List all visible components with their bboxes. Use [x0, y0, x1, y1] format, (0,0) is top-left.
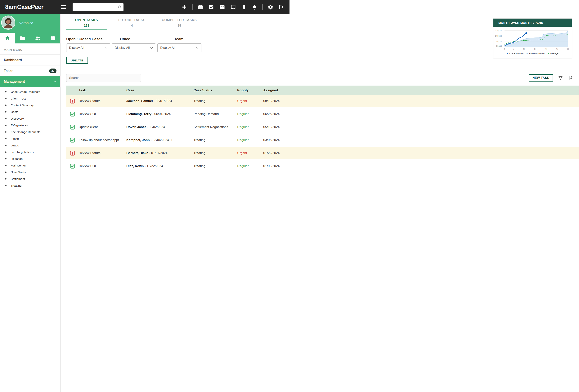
- bullet-icon: [5, 138, 6, 139]
- global-search-input[interactable]: [72, 3, 116, 11]
- filter-label-team: Team: [157, 37, 201, 41]
- completed-checkbox-icon[interactable]: [70, 164, 75, 169]
- subitem-label: Litigation: [11, 157, 23, 161]
- completed-checkbox-icon[interactable]: [70, 125, 75, 130]
- urgent-icon[interactable]: [70, 99, 75, 104]
- team-select[interactable]: Display All: [157, 43, 201, 52]
- tab-completed-tasks[interactable]: COMPLETED TASKS 89: [157, 18, 202, 30]
- management-subitem[interactable]: Lien Negotiations: [0, 149, 60, 155]
- tasks-button[interactable]: [208, 4, 214, 10]
- subitem-label: Intake: [11, 137, 19, 140]
- management-subitem[interactable]: Leads: [0, 142, 60, 149]
- nav-contacts-tab[interactable]: [30, 33, 45, 43]
- nav-calendar-tab[interactable]: [45, 33, 60, 43]
- phone-button[interactable]: [241, 4, 247, 10]
- subitem-label: Costs: [11, 110, 18, 114]
- management-subitem[interactable]: Costs: [0, 109, 60, 115]
- case-link[interactable]: Flemming, Terry - 06/01/2024: [126, 112, 194, 116]
- sidebar-item-tasks[interactable]: Tasks 22: [0, 65, 60, 76]
- subitem-label: E-Signatures: [11, 124, 28, 127]
- management-subitem[interactable]: Settlement: [0, 176, 60, 182]
- chevron-down-icon: [53, 81, 57, 83]
- management-subitem[interactable]: E-Signatures: [0, 122, 60, 129]
- bullet-icon: [5, 145, 6, 146]
- management-subitem[interactable]: Intake: [0, 135, 60, 142]
- nav-cases-tab[interactable]: [15, 33, 30, 43]
- management-subitem[interactable]: Note Drafts: [0, 169, 60, 176]
- task-status-icon-cell[interactable]: [66, 138, 79, 143]
- assigned-date: 06/26/2024: [263, 112, 290, 116]
- management-subitem[interactable]: Discovery: [0, 115, 60, 122]
- inbox-button[interactable]: [230, 4, 236, 10]
- task-row[interactable]: Update clientDover, Janet - 05/02/2024Se…: [66, 121, 290, 133]
- management-subitem[interactable]: Contact Directory: [0, 102, 60, 109]
- table-body: Review StatuteJackson, Samuel - 08/01/20…: [66, 95, 290, 172]
- assigned-date: 05/10/2024: [263, 125, 290, 129]
- hamburger-menu-button[interactable]: [61, 5, 67, 9]
- cases-folder-icon: [20, 35, 25, 41]
- task-row[interactable]: Review SOLDiaz, Kevin - 12/22/2024Treati…: [66, 160, 290, 172]
- case-link[interactable]: Kampbel, John - 03/04/2024+1: [126, 138, 194, 142]
- task-status-icon-cell[interactable]: [66, 151, 79, 156]
- filters-row: Open / Closed Cases Display All Office D…: [66, 37, 290, 52]
- bullet-icon: [5, 172, 6, 173]
- task-title: Review Statute: [79, 99, 126, 103]
- sidebar-item-dashboard[interactable]: Dashboard: [0, 54, 60, 65]
- search-icon: [118, 5, 122, 9]
- logout-icon: [278, 4, 284, 10]
- completed-checkbox-icon[interactable]: [70, 112, 75, 117]
- divider: [262, 4, 263, 10]
- sidebar-item-management[interactable]: Management: [0, 76, 60, 87]
- bullet-icon: [5, 131, 6, 133]
- mail-button[interactable]: [219, 4, 225, 10]
- management-subitem[interactable]: Treating: [0, 182, 60, 189]
- nav-home-tab[interactable]: [0, 33, 15, 43]
- task-status-icon-cell[interactable]: [66, 99, 79, 104]
- logout-button[interactable]: [278, 4, 284, 10]
- sidebar-user-header: Veronica: [0, 14, 60, 43]
- task-row[interactable]: Follow up about doctor apptKampbel, John…: [66, 134, 290, 146]
- task-status-icon-cell[interactable]: [66, 112, 79, 117]
- completed-checkbox-icon[interactable]: [70, 138, 75, 143]
- header-case-status: Case Status: [194, 88, 237, 92]
- management-subitem[interactable]: Mail Center: [0, 162, 60, 169]
- management-subitem[interactable]: Fee Change Requests: [0, 129, 60, 135]
- task-row[interactable]: Review StatuteBarnett, Blake - 01/07/202…: [66, 147, 290, 159]
- filter-label-open-closed: Open / Closed Cases: [66, 37, 110, 41]
- management-subitem[interactable]: Client Trust: [0, 95, 60, 102]
- case-link[interactable]: Diaz, Kevin - 12/22/2024: [126, 164, 194, 168]
- update-button[interactable]: UPDATE: [66, 57, 88, 64]
- task-status-icon-cell[interactable]: [66, 164, 79, 169]
- avatar[interactable]: [2, 16, 15, 29]
- task-status-icon-cell[interactable]: [66, 125, 79, 130]
- main-menu-label: MAIN MENU: [0, 43, 60, 54]
- tab-future-tasks[interactable]: FUTURE TASKS 4: [107, 18, 157, 30]
- inbox-icon: [230, 4, 236, 10]
- task-title: Follow up about doctor appt: [79, 138, 126, 142]
- bullet-icon: [5, 118, 6, 119]
- subitem-label: Settlement: [11, 177, 25, 181]
- case-link[interactable]: Jackson, Samuel - 08/01/2024: [126, 99, 194, 103]
- bullet-icon: [5, 105, 6, 106]
- priority-label: Regular: [237, 138, 263, 142]
- task-search-input[interactable]: [66, 74, 141, 82]
- notifications-button[interactable]: [252, 4, 257, 10]
- bullet-icon: [5, 158, 6, 159]
- bullet-icon: [5, 165, 6, 166]
- settings-button[interactable]: [268, 4, 273, 10]
- case-link[interactable]: Barnett, Blake - 01/07/2024: [126, 151, 194, 155]
- office-select[interactable]: Display All: [112, 43, 156, 52]
- urgent-icon[interactable]: [70, 151, 75, 156]
- management-subitem[interactable]: Litigation: [0, 155, 60, 162]
- task-row[interactable]: Review SOLFlemming, Terry - 06/01/2024Pe…: [66, 108, 290, 120]
- task-row[interactable]: Review StatuteJackson, Samuel - 08/01/20…: [66, 95, 290, 107]
- calendar-button[interactable]: [198, 4, 203, 10]
- case-status: Treating: [194, 151, 237, 155]
- tab-open-tasks[interactable]: OPEN TASKS 128: [66, 18, 107, 30]
- case-status: Pending Demand: [194, 112, 237, 116]
- add-button[interactable]: [182, 4, 187, 10]
- management-subitem[interactable]: Case Grade Requests: [0, 88, 60, 95]
- open-closed-cases-select[interactable]: Display All: [66, 43, 110, 52]
- tab-label: COMPLETED TASKS: [157, 18, 202, 22]
- case-link[interactable]: Dover, Janet - 05/02/2024: [126, 125, 194, 129]
